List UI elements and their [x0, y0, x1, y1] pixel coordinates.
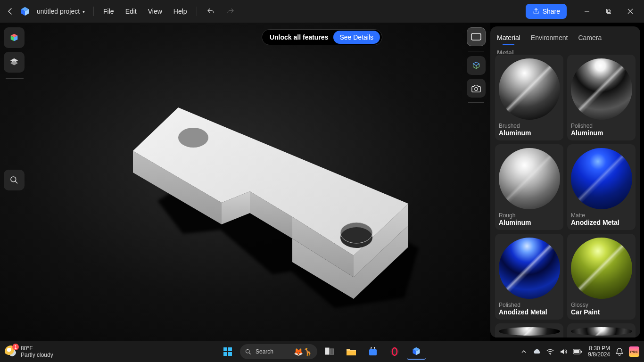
share-label: Share [543, 8, 560, 15]
material-subtitle: Glossy [570, 302, 633, 308]
material-subtitle: Brushed [498, 123, 561, 129]
material-name: Car Paint [570, 308, 633, 316]
wifi-icon[interactable] [546, 348, 554, 355]
material-category-label: Metal [495, 49, 636, 54]
material-subtitle: Matte [570, 212, 633, 219]
battery-icon[interactable] [573, 349, 582, 354]
appearance-tool-button[interactable] [4, 27, 25, 48]
notifications-icon[interactable] [616, 347, 623, 356]
material-preview-icon [499, 58, 560, 120]
material-name: Anodized Metal [570, 219, 633, 226]
search-icon [9, 175, 19, 185]
material-card[interactable] [567, 323, 636, 337]
tab-environment[interactable]: Environment [531, 34, 568, 44]
tab-camera[interactable]: Camera [578, 34, 602, 44]
svg-rect-4 [608, 10, 611, 14]
undo-button[interactable] [201, 0, 221, 23]
material-preview-icon [571, 148, 632, 209]
material-card[interactable]: Rough Aluminum [495, 144, 563, 230]
rectangle-icon [471, 33, 481, 41]
material-card[interactable] [495, 323, 563, 337]
taskbar-app-opera[interactable] [385, 344, 404, 360]
taskbar-clock[interactable]: 8:30 PM 9/8/2024 [588, 346, 610, 358]
project-name-dropdown[interactable]: untitled project ▾ [37, 8, 90, 15]
redo-button[interactable] [221, 0, 240, 23]
menu-file[interactable]: File [98, 0, 120, 23]
onedrive-icon[interactable] [532, 348, 541, 355]
svg-rect-33 [347, 351, 356, 355]
search-icon [245, 348, 252, 355]
material-name: Aluminum [498, 129, 561, 137]
share-button[interactable]: Share [526, 4, 567, 19]
promo-unlock-label: Unlock all features [270, 33, 329, 41]
menu-edit[interactable]: Edit [120, 0, 142, 23]
material-card[interactable]: Glossy Car Paint [567, 234, 636, 320]
menu-help[interactable]: Help [168, 0, 193, 23]
material-name: Aluminum [570, 129, 633, 137]
windows-icon [223, 347, 232, 356]
svg-rect-29 [228, 352, 232, 356]
taskbar-weather[interactable]: 1 80°F Partly cloudy [5, 345, 85, 358]
weather-condition: Partly cloudy [21, 352, 53, 358]
search-button[interactable] [4, 170, 25, 190]
material-card[interactable]: Polished Aluminum [567, 55, 636, 140]
material-card[interactable]: Polished Anodized Metal [495, 234, 563, 320]
window-close-button[interactable] [619, 0, 641, 23]
start-button[interactable] [218, 344, 237, 360]
svg-point-35 [390, 347, 399, 356]
svg-marker-21 [10, 61, 18, 65]
material-preview-icon [499, 238, 560, 299]
material-card[interactable]: Brushed Aluminum [495, 55, 563, 140]
svg-rect-27 [228, 347, 232, 351]
taskbar-app-current[interactable] [407, 344, 426, 360]
svg-rect-23 [471, 33, 481, 40]
window-maximize-button[interactable] [598, 0, 619, 23]
svg-rect-31 [325, 348, 329, 354]
material-subtitle: Polished [570, 123, 633, 129]
separator [93, 7, 94, 16]
folder-icon [346, 347, 356, 356]
separator [197, 7, 197, 16]
task-view-button[interactable] [320, 344, 339, 360]
see-details-button[interactable]: See Details [333, 31, 380, 44]
view-mode-button[interactable] [467, 27, 486, 46]
svg-rect-26 [223, 347, 227, 351]
volume-icon[interactable] [560, 348, 567, 355]
menu-view[interactable]: View [142, 0, 168, 23]
svg-rect-3 [607, 9, 610, 13]
material-preview-icon [571, 238, 632, 299]
svg-point-40 [550, 354, 551, 355]
material-name: Anodized Metal [498, 308, 561, 316]
model-3d[interactable] [127, 93, 415, 310]
taskbar-tray-app[interactable]: PRE [629, 346, 639, 357]
taskbar-search-placeholder: Search [256, 348, 273, 355]
clock-date: 9/8/2024 [588, 352, 610, 358]
taskbar-app-store[interactable] [363, 344, 382, 360]
taskbar-search[interactable]: Search 🦊🦒 [240, 344, 317, 359]
separator [6, 78, 24, 79]
app-logo-icon [412, 346, 421, 356]
back-button[interactable] [3, 4, 18, 19]
task-view-icon [325, 347, 334, 356]
orientation-tool-button[interactable] [467, 56, 486, 75]
promo-strip: Unlock all features See Details [262, 29, 382, 45]
material-card[interactable]: Matte Anodized Metal [567, 144, 636, 230]
taskbar: 1 80°F Partly cloudy Search 🦊🦒 [0, 341, 644, 362]
material-subtitle: Polished [498, 302, 561, 308]
tray-overflow-icon[interactable] [521, 349, 527, 354]
screenshot-button[interactable] [467, 79, 486, 98]
opera-icon [390, 347, 399, 356]
viewport-3d[interactable] [0, 23, 490, 341]
chevron-down-icon: ▾ [83, 9, 85, 14]
tab-material[interactable]: Material [497, 34, 520, 44]
svg-point-13 [178, 128, 208, 148]
cube-axis-icon [471, 60, 481, 71]
svg-rect-28 [223, 352, 227, 356]
taskbar-app-explorer[interactable] [342, 344, 361, 360]
properties-panel: Material Environment Camera Metal Brushe… [490, 26, 640, 337]
material-preview-icon [499, 148, 560, 209]
weather-badge: 1 [12, 344, 19, 350]
layers-tool-button[interactable] [4, 52, 25, 73]
window-minimize-button[interactable] [576, 0, 598, 23]
svg-rect-42 [574, 350, 579, 353]
